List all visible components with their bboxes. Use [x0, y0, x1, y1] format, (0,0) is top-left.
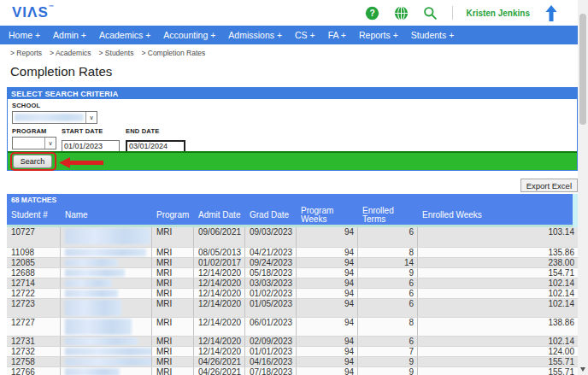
cell-name — [61, 347, 152, 356]
cell-enrolled-weeks: 138.86 — [418, 318, 578, 336]
school-redacted-value — [15, 114, 84, 121]
nav-cs[interactable]: CS + — [295, 30, 315, 40]
cell-admit-date: 12/14/2020 — [194, 299, 245, 317]
redacted-name — [65, 337, 138, 345]
export-excel-button[interactable]: Export Excel — [520, 179, 578, 192]
cell-enrolled-weeks: 102.14 — [418, 299, 578, 317]
cell-admit-date: 01/02/2017 — [194, 258, 245, 267]
search-icon[interactable] — [423, 5, 438, 21]
cell-admit-date: 09/06/2021 — [194, 227, 245, 247]
user-name[interactable]: Kristen Jenkins — [467, 9, 530, 18]
program-select[interactable]: ∨ — [12, 137, 56, 149]
cell-enrolled-weeks: 103.14 — [418, 227, 578, 247]
nav-academics[interactable]: Academics + — [99, 30, 150, 40]
redacted-name — [65, 259, 118, 267]
cell-program: MRI — [152, 299, 194, 317]
nav-fa[interactable]: FA + — [328, 30, 346, 40]
col-admit-date: Admit Date — [194, 205, 245, 225]
scrollbar[interactable] — [578, 0, 588, 375]
cell-admit-date: 12/14/2020 — [194, 337, 245, 346]
cell-grad-date: 07/18/2023 — [245, 367, 297, 375]
cell-student: 11098 — [7, 248, 61, 257]
cell-grad-date: 09/03/2023 — [245, 227, 297, 247]
table-row: 12766MRI04/26/202107/18/2023949155.71 — [7, 367, 578, 375]
school-select[interactable]: ∨ — [12, 111, 97, 124]
cell-student: 12727 — [7, 318, 61, 336]
search-button[interactable]: Search — [13, 155, 52, 168]
nav-reports[interactable]: Reports + — [359, 30, 398, 40]
crumb-academics[interactable]: > Academics — [50, 49, 91, 57]
cell-enrolled-weeks: 102.14 — [418, 289, 578, 298]
cell-student: 12766 — [7, 367, 61, 375]
redacted-name — [65, 319, 132, 335]
cell-name — [61, 248, 152, 257]
matches-count: 68 MATCHES — [7, 194, 578, 205]
col-name: Name — [61, 205, 152, 225]
nav-admissions[interactable]: Admissions + — [228, 30, 282, 40]
crumb-reports[interactable]: > Reports — [10, 49, 42, 57]
cell-enrolled-weeks: 102.14 — [418, 337, 578, 346]
help-icon[interactable]: ? — [365, 5, 380, 21]
school-label: SCHOOL — [12, 102, 577, 109]
nav-admin[interactable]: Admin + — [53, 30, 86, 40]
cell-program: MRI — [152, 278, 194, 288]
cell-name — [61, 299, 152, 317]
cell-name — [61, 278, 152, 288]
cell-enrolled-terms: 6 — [358, 227, 418, 247]
col-enrolled-weeks: Enrolled Weeks — [418, 205, 578, 225]
cell-program-weeks: 94 — [297, 337, 358, 346]
crumb-completion-rates[interactable]: > Completion Rates — [141, 49, 205, 57]
cell-program: MRI — [152, 318, 194, 336]
globe-icon[interactable] — [394, 5, 409, 21]
cell-name — [61, 337, 152, 346]
chevron-down-icon: ∨ — [85, 112, 97, 123]
cell-name — [61, 357, 152, 366]
cell-admit-date: 04/26/2021 — [194, 357, 245, 366]
crumb-students[interactable]: > Students — [99, 49, 134, 57]
cell-grad-date: 01/02/2023 — [245, 289, 297, 298]
search-action-bar: Search — [8, 151, 577, 170]
col-program: Program — [152, 205, 194, 225]
scrollbar-down-arrow[interactable] — [580, 367, 585, 372]
scrollbar-thumb[interactable] — [579, 14, 586, 125]
cell-program-weeks: 94 — [297, 268, 358, 278]
cell-enrolled-terms: 14 — [358, 258, 418, 267]
cell-grad-date: 01/01/2023 — [245, 347, 297, 356]
cell-program-weeks: 94 — [297, 278, 358, 288]
cell-grad-date: 03/03/2023 — [245, 278, 297, 288]
top-header: VIΛS™ ? Kristen Jenkins — [0, 0, 588, 26]
nav-students[interactable]: Students + — [411, 30, 455, 40]
redacted-name — [65, 300, 121, 316]
cell-enrolled-terms: 7 — [358, 347, 418, 356]
cell-name — [61, 289, 152, 298]
cell-grad-date: 04/21/2023 — [245, 248, 297, 257]
search-criteria-panel: SELECT SEARCH CRITERIA SCHOOL ∨ PROGRAM … — [7, 87, 578, 171]
table-row: 12722MRI12/14/202001/02/2023946102.14 — [7, 289, 578, 299]
table-column-headers: Student # Name Program Admit Date Grad D… — [7, 205, 578, 227]
main-nav: Home + Admin + Academics + Accounting + … — [0, 26, 588, 44]
end-date-label: END DATE — [126, 127, 159, 135]
completion-rates-page: VIΛS™ ? Kristen Jenkins Home + Admin + A… — [0, 0, 588, 375]
cell-enrolled-terms: 9 — [358, 357, 418, 366]
cell-enrolled-terms: 9 — [358, 367, 418, 375]
table-row: 12714MRI12/14/202003/03/2023946102.14 — [7, 278, 578, 289]
col-student: Student # — [7, 205, 61, 225]
up-arrow-icon[interactable] — [544, 5, 559, 21]
cell-grad-date: 04/16/2023 — [245, 357, 297, 366]
redacted-name — [65, 348, 152, 355]
nav-accounting[interactable]: Accounting + — [163, 30, 215, 40]
cell-enrolled-terms: 6 — [358, 337, 418, 346]
cell-enrolled-weeks: 102.14 — [418, 278, 578, 288]
trademark: ™ — [49, 4, 55, 9]
cell-program: MRI — [152, 227, 194, 247]
redacted-name — [65, 269, 125, 277]
cell-admit-date: 04/26/2021 — [194, 367, 245, 375]
nav-home[interactable]: Home + — [9, 30, 40, 40]
cell-enrolled-terms: 8 — [358, 318, 418, 336]
table-row: 12723MRI12/14/202001/05/2023946102.14 — [7, 299, 578, 318]
search-criteria-body: SCHOOL ∨ PROGRAM START DATE END DATE ∨ — [8, 99, 577, 151]
breadcrumb: > Reports > Academics > Students > Compl… — [10, 49, 588, 57]
table-row: 12731MRI12/14/202002/09/2023946102.14 — [7, 337, 578, 347]
col-grad-date: Grad Date — [245, 205, 297, 225]
col-enrolled-terms: Enrolled Terms — [358, 205, 418, 225]
